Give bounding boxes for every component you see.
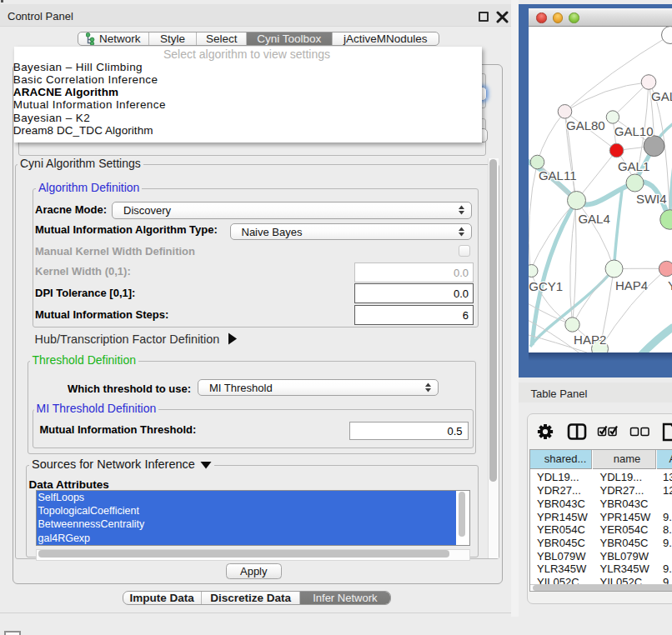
svg-text:HAP4: HAP4: [615, 278, 648, 292]
svg-text:Y: Y: [668, 278, 672, 292]
svg-text:GAL1: GAL1: [617, 159, 649, 173]
svg-text:GCY1: GCY1: [529, 278, 563, 292]
svg-text:GAL10: GAL10: [614, 123, 653, 138]
svg-text:SWI4: SWI4: [635, 192, 666, 206]
svg-text:GAL4: GAL4: [578, 211, 609, 225]
svg-text:GAL: GAL: [651, 89, 672, 103]
svg-text:GAL80: GAL80: [566, 118, 605, 132]
svg-text:HAP2: HAP2: [574, 332, 606, 346]
svg-text:GAL11: GAL11: [538, 168, 576, 182]
